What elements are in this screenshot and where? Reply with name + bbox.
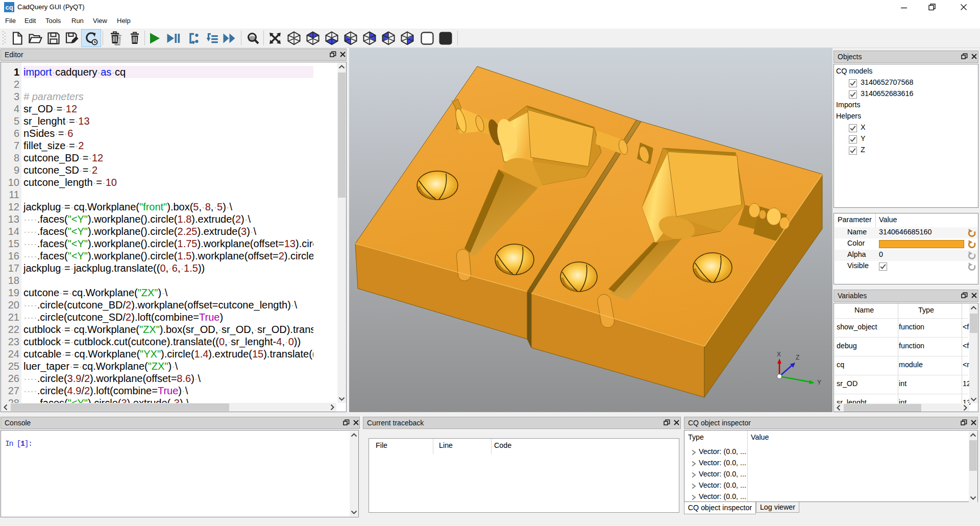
svg-text:Y: Y bbox=[817, 379, 821, 386]
svg-text:cq: cq bbox=[5, 4, 13, 11]
svg-text:X: X bbox=[777, 351, 781, 358]
svg-text:Z: Z bbox=[796, 354, 799, 361]
